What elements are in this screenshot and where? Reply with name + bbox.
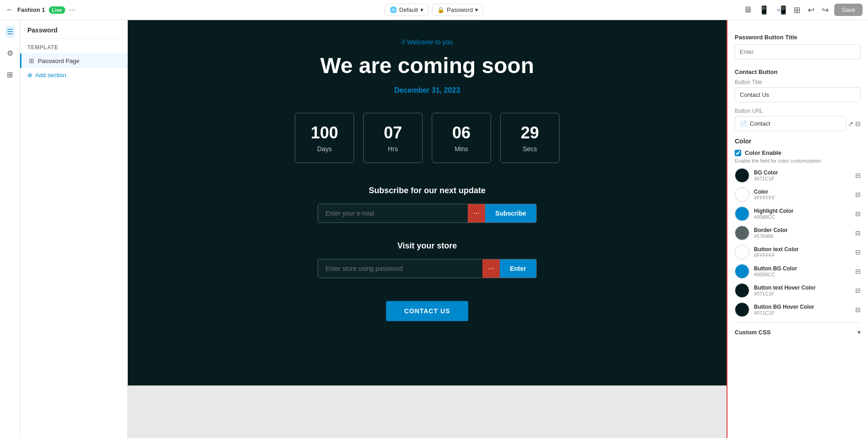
- sidebar-panel: Password Template ⊞ Password Page ⊕ Add …: [20, 20, 128, 438]
- color-rows: BG Color #071C1F ⊟ Color #FFFFFF ⊟ Highl…: [735, 168, 861, 317]
- coming-soon-heading: We are coming soon: [320, 53, 534, 78]
- contact-us-button[interactable]: CONTACT US: [386, 301, 469, 321]
- visit-section: Visit your store ⋯ Enter: [318, 241, 537, 278]
- color-row-4: Button text Color #FFFFFF ⊟: [735, 245, 861, 259]
- color-save-icon-0[interactable]: ⊟: [855, 172, 861, 179]
- color-enable-label: Color Enable: [745, 149, 781, 156]
- color-save-icon-3[interactable]: ⊟: [855, 229, 861, 237]
- grid-icon[interactable]: ⊞: [792, 3, 802, 17]
- add-section-button[interactable]: ⊕ Add section: [20, 68, 127, 82]
- external-link-icon[interactable]: ↗: [848, 120, 853, 127]
- topbar-center: 🌐 Default ▾ 🔒 Password ▾: [385, 4, 483, 16]
- color-name-3: Border Color: [754, 227, 788, 233]
- custom-css-chevron: ▾: [858, 328, 861, 336]
- color-save-icon-5[interactable]: ⊟: [855, 268, 861, 275]
- color-swatch-2[interactable]: [735, 206, 749, 221]
- phone-icon[interactable]: 📲: [774, 3, 788, 17]
- color-swatch-4[interactable]: [735, 245, 749, 259]
- chevron-down-icon: ▾: [420, 6, 424, 13]
- topbar-left: ← Fashion 1 Live ···: [5, 5, 76, 15]
- password-input[interactable]: [318, 259, 482, 278]
- url-contact-text: Contact: [750, 120, 770, 127]
- sidebar-title: Password: [20, 20, 127, 39]
- settings-icon[interactable]: ⚙: [5, 47, 15, 59]
- secs-value: 29: [521, 123, 539, 142]
- color-left-4: Button text Color #FFFFFF: [735, 245, 799, 259]
- save-button[interactable]: Save: [834, 4, 863, 16]
- color-enable-checkbox[interactable]: [735, 150, 741, 156]
- color-save-icon-6[interactable]: ⊟: [855, 287, 861, 294]
- color-row-5: Button BG Color #0088CC ⊟: [735, 264, 861, 279]
- mins-value: 06: [452, 123, 471, 142]
- days-value: 100: [311, 123, 338, 142]
- canvas-area: // Welcome to you We are coming soon Dec…: [128, 20, 727, 438]
- password-page-item[interactable]: ⊞ Password Page: [20, 53, 127, 68]
- mins-label: Mins: [455, 145, 468, 153]
- color-swatch-1[interactable]: [735, 187, 749, 202]
- color-hex-1: #FFFFFF: [754, 195, 775, 201]
- color-swatch-6[interactable]: [735, 283, 749, 298]
- email-dots-button[interactable]: ⋯: [468, 204, 485, 222]
- desktop-icon[interactable]: 🖥: [742, 3, 753, 16]
- color-info-1: Color #FFFFFF: [754, 189, 775, 201]
- color-swatch-3[interactable]: [735, 226, 749, 240]
- mins-box: 06 Mins: [432, 113, 491, 163]
- color-info-3: Border Color #576466: [754, 227, 788, 239]
- default-dropdown[interactable]: 🌐 Default ▾: [385, 4, 429, 16]
- color-left-0: BG Color #071C1F: [735, 168, 778, 183]
- store-name: Fashion 1: [17, 6, 45, 13]
- button-url-label: Button URL: [735, 108, 861, 114]
- color-save-icon-7[interactable]: ⊟: [855, 306, 861, 313]
- color-enable-row: Color Enable: [735, 149, 861, 156]
- password-button-title-input[interactable]: [735, 44, 861, 59]
- copy-icon[interactable]: ⊟: [855, 120, 861, 127]
- color-name-4: Button text Color: [754, 246, 799, 253]
- color-save-icon-4[interactable]: ⊟: [855, 248, 861, 256]
- days-label: Days: [317, 145, 332, 153]
- date-text: December 31, 2023: [394, 86, 460, 95]
- color-save-icon-2[interactable]: ⊟: [855, 210, 861, 217]
- color-name-1: Color: [754, 189, 775, 195]
- color-left-1: Color #FFFFFF: [735, 187, 775, 202]
- color-name-5: Button BG Color: [754, 265, 797, 272]
- right-panel: Password Button Title Contact Button But…: [727, 20, 868, 438]
- custom-css-label: Custom CSS: [735, 329, 771, 336]
- color-row-3: Border Color #576466 ⊟: [735, 226, 861, 240]
- password-dropdown[interactable]: 🔒 Password ▾: [432, 4, 483, 16]
- color-info-2: Highlight Color #0088CC: [754, 208, 794, 220]
- color-hex-0: #071C1F: [754, 176, 778, 181]
- subscribe-button[interactable]: Subscribe: [485, 204, 536, 222]
- color-hex-6: #071C1F: [754, 291, 816, 296]
- custom-css-row[interactable]: Custom CSS ▾: [735, 322, 861, 336]
- color-swatch-5[interactable]: [735, 264, 749, 279]
- secs-label: Secs: [523, 145, 537, 153]
- button-title-input[interactable]: [735, 87, 861, 102]
- enter-button[interactable]: Enter: [500, 259, 536, 278]
- pages-icon[interactable]: ☰: [5, 26, 15, 38]
- color-hex-4: #FFFFFF: [754, 253, 799, 258]
- topbar-right: 🖥 📱 📲 ⊞ ↩ ↪ Save: [742, 3, 863, 17]
- lock-icon: 🔒: [437, 6, 444, 13]
- password-btn-title-label: Password Button Title: [735, 34, 861, 41]
- live-badge: Live: [49, 6, 65, 14]
- back-icon[interactable]: ←: [5, 5, 14, 15]
- more-options-icon[interactable]: ···: [69, 5, 76, 15]
- days-box: 100 Days: [295, 113, 354, 163]
- topbar: ← Fashion 1 Live ··· 🌐 Default ▾ 🔒 Passw…: [0, 0, 868, 20]
- redo-icon[interactable]: ↪: [820, 3, 831, 17]
- email-input[interactable]: [318, 204, 468, 222]
- tablet-icon[interactable]: 📱: [757, 3, 771, 17]
- add-section-label: Add section: [35, 72, 66, 79]
- color-left-7: Button BG Hover Color #071C1F: [735, 302, 814, 317]
- password-page-preview: // Welcome to you We are coming soon Dec…: [128, 20, 727, 385]
- color-hex-3: #576466: [754, 233, 788, 239]
- color-swatch-0[interactable]: [735, 168, 749, 183]
- apps-icon[interactable]: ⊞: [5, 69, 15, 81]
- color-save-icon-1[interactable]: ⊟: [855, 191, 861, 198]
- subscribe-title: Subscribe for our next update: [318, 186, 537, 195]
- color-name-0: BG Color: [754, 169, 778, 176]
- color-swatch-7[interactable]: [735, 302, 749, 317]
- color-info-0: BG Color #071C1F: [754, 169, 778, 181]
- password-dots-button[interactable]: ⋯: [482, 259, 500, 278]
- undo-icon[interactable]: ↩: [806, 3, 816, 17]
